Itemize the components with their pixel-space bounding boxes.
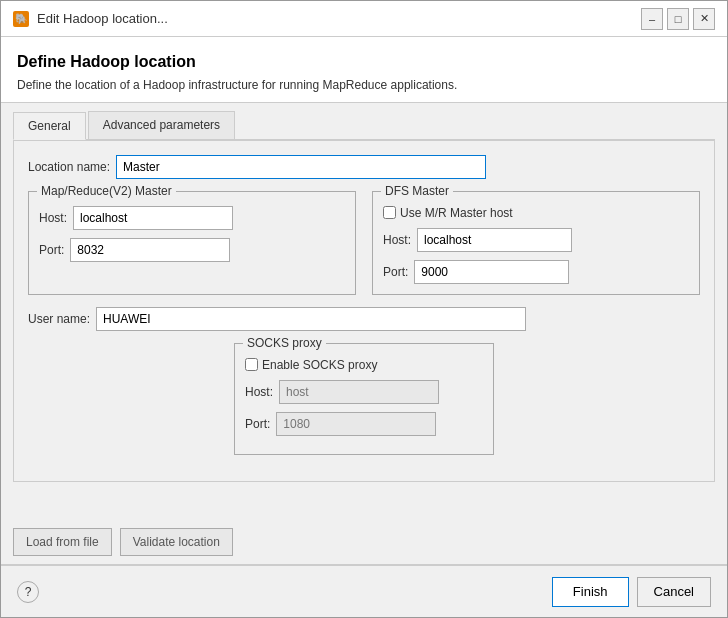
tab-bar: General Advanced parameters	[13, 111, 715, 140]
user-name-label: User name:	[28, 312, 90, 326]
socks-enable-checkbox[interactable]	[245, 358, 258, 371]
title-bar-text: Edit Hadoop location...	[37, 11, 633, 26]
socks-host-label: Host:	[245, 385, 273, 399]
close-button[interactable]: ✕	[693, 8, 715, 30]
load-from-file-button[interactable]: Load from file	[13, 528, 112, 556]
socks-proxy-title: SOCKS proxy	[243, 336, 326, 350]
mr-master-inner: Host: Port:	[39, 206, 345, 262]
socks-proxy-group: SOCKS proxy Enable SOCKS proxy Host: Por…	[234, 343, 494, 455]
dfs-host-label: Host:	[383, 233, 411, 247]
dfs-port-input[interactable]	[414, 260, 569, 284]
socks-port-input[interactable]	[276, 412, 436, 436]
maximize-button[interactable]: □	[667, 8, 689, 30]
bottom-buttons: Load from file Validate location	[1, 520, 727, 564]
mr-port-input[interactable]	[70, 238, 230, 262]
mr-host-label: Host:	[39, 211, 67, 225]
dialog-header: Define Hadoop location Define the locati…	[1, 37, 727, 102]
tab-advanced[interactable]: Advanced parameters	[88, 111, 235, 139]
dialog: 🐘 Edit Hadoop location... – □ ✕ Define H…	[0, 0, 728, 618]
location-name-label: Location name:	[28, 160, 110, 174]
socks-enable-row: Enable SOCKS proxy	[245, 358, 483, 372]
tab-content-general: Location name: Map/Reduce(V2) Master Hos…	[13, 140, 715, 482]
dfs-use-mr-checkbox[interactable]	[383, 206, 396, 219]
dfs-port-label: Port:	[383, 265, 408, 279]
socks-enable-label: Enable SOCKS proxy	[262, 358, 377, 372]
dfs-checkbox-row: Use M/R Master host	[383, 206, 689, 220]
mr-host-input[interactable]	[73, 206, 233, 230]
mr-port-label: Port:	[39, 243, 64, 257]
validate-location-button[interactable]: Validate location	[120, 528, 233, 556]
title-bar: 🐘 Edit Hadoop location... – □ ✕	[1, 1, 727, 37]
tab-general[interactable]: General	[13, 112, 86, 140]
location-name-input[interactable]	[116, 155, 486, 179]
mr-master-title: Map/Reduce(V2) Master	[37, 184, 176, 198]
user-name-row: User name:	[28, 307, 700, 331]
minimize-button[interactable]: –	[641, 8, 663, 30]
mr-master-group: Map/Reduce(V2) Master Host: Port:	[28, 191, 356, 295]
dfs-host-row: Host:	[383, 228, 689, 252]
dfs-checkbox-label: Use M/R Master host	[400, 206, 513, 220]
user-name-input[interactable]	[96, 307, 526, 331]
socks-inner: Enable SOCKS proxy Host: Port:	[245, 358, 483, 436]
dialog-title: Define Hadoop location	[17, 53, 711, 71]
dfs-master-group: DFS Master Use M/R Master host Host: Por…	[372, 191, 700, 295]
dfs-host-input[interactable]	[417, 228, 572, 252]
help-button[interactable]: ?	[17, 581, 39, 603]
socks-port-label: Port:	[245, 417, 270, 431]
dialog-body: General Advanced parameters Location nam…	[1, 103, 727, 520]
location-name-row: Location name:	[28, 155, 700, 179]
socks-host-row: Host:	[245, 380, 483, 404]
socks-host-input[interactable]	[279, 380, 439, 404]
dfs-port-row: Port:	[383, 260, 689, 284]
footer-right: Finish Cancel	[552, 577, 711, 607]
title-bar-controls: – □ ✕	[641, 8, 715, 30]
dfs-master-title: DFS Master	[381, 184, 453, 198]
cancel-button[interactable]: Cancel	[637, 577, 711, 607]
mr-port-row: Port:	[39, 238, 345, 262]
footer-left: ?	[17, 581, 39, 603]
masters-row: Map/Reduce(V2) Master Host: Port:	[28, 191, 700, 295]
app-icon: 🐘	[13, 11, 29, 27]
dfs-master-inner: Use M/R Master host Host: Port:	[383, 206, 689, 284]
socks-port-row: Port:	[245, 412, 483, 436]
dialog-description: Define the location of a Hadoop infrastr…	[17, 77, 711, 94]
finish-button[interactable]: Finish	[552, 577, 629, 607]
dialog-footer: ? Finish Cancel	[1, 565, 727, 617]
mr-host-row: Host:	[39, 206, 345, 230]
